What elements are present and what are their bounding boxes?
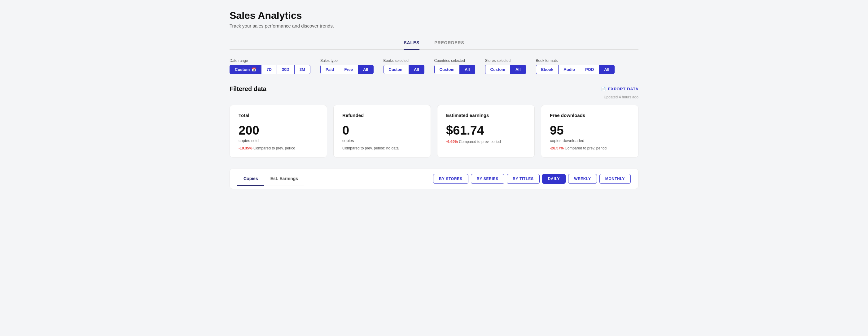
date-range-30d-btn[interactable]: 30D bbox=[277, 65, 294, 74]
stat-total-value: 200 bbox=[239, 124, 318, 136]
date-range-3m-btn[interactable]: 3M bbox=[294, 65, 310, 74]
formats-ebook-btn[interactable]: Ebook bbox=[536, 65, 559, 74]
section-header: Filtered data 📄 EXPORT DATA bbox=[229, 86, 639, 93]
stat-card-refunded: Refunded 0 copies Compared to prev. peri… bbox=[333, 105, 431, 158]
filter-stores-label: Stores selected bbox=[485, 59, 526, 63]
stat-free-downloads-unit: copies downloaded bbox=[550, 138, 629, 143]
chart-tab-copies[interactable]: Copies bbox=[237, 172, 264, 186]
filters-row: Date range Custom 📅 7D 30D 3M Sales type… bbox=[229, 59, 639, 74]
countries-all-btn[interactable]: All bbox=[460, 65, 475, 74]
sales-type-paid-btn[interactable]: Paid bbox=[320, 65, 339, 74]
filter-date-range: Date range Custom 📅 7D 30D 3M bbox=[229, 59, 310, 74]
time-monthly-btn[interactable]: MONTHLY bbox=[599, 174, 631, 184]
stores-custom-btn[interactable]: Custom bbox=[485, 65, 510, 74]
tab-sales[interactable]: SALES bbox=[404, 37, 420, 50]
export-label: EXPORT DATA bbox=[608, 87, 639, 91]
groupby-stores-btn[interactable]: BY STORES bbox=[433, 174, 468, 184]
stat-card-free-downloads: Free downloads 95 copies downloaded -28.… bbox=[541, 105, 639, 158]
stat-refunded-title: Refunded bbox=[342, 113, 422, 118]
filter-sales-type: Sales type Paid Free All bbox=[320, 59, 374, 74]
sales-type-free-btn[interactable]: Free bbox=[339, 65, 358, 74]
filter-stores: Stores selected Custom All bbox=[485, 59, 526, 74]
stat-total-title: Total bbox=[239, 113, 318, 118]
export-icon: 📄 bbox=[601, 87, 606, 91]
groupby-series-btn[interactable]: BY SERIES bbox=[471, 174, 504, 184]
export-data-button[interactable]: 📄 EXPORT DATA bbox=[601, 87, 639, 91]
stat-free-downloads-comparison: -28.57% Compared to prev. period bbox=[550, 146, 629, 150]
books-custom-btn[interactable]: Custom bbox=[383, 65, 409, 74]
filter-countries: Countries selected Custom All bbox=[434, 59, 475, 74]
filter-countries-label: Countries selected bbox=[434, 59, 475, 63]
filter-books-label: Books selected bbox=[383, 59, 425, 63]
stats-grid: Total 200 copies sold -19.35% Compared t… bbox=[229, 105, 639, 158]
formats-all-btn[interactable]: All bbox=[599, 65, 615, 74]
books-all-btn[interactable]: All bbox=[409, 65, 425, 74]
page-title: Sales Analytics bbox=[229, 10, 639, 21]
sales-type-all-btn[interactable]: All bbox=[358, 65, 374, 74]
stat-card-total: Total 200 copies sold -19.35% Compared t… bbox=[229, 105, 327, 158]
countries-custom-btn[interactable]: Custom bbox=[434, 65, 460, 74]
stat-earnings-title: Estimated earnings bbox=[446, 113, 526, 118]
date-range-7d-btn[interactable]: 7D bbox=[261, 65, 277, 74]
date-range-custom-btn[interactable]: Custom 📅 bbox=[229, 65, 261, 74]
countries-btn-group: Custom All bbox=[434, 65, 475, 74]
tab-preorders[interactable]: PREORDERS bbox=[434, 37, 464, 50]
filter-books: Books selected Custom All bbox=[383, 59, 425, 74]
sales-type-btn-group: Paid Free All bbox=[320, 65, 374, 74]
stat-card-earnings: Estimated earnings $61.74 -6.69% Compare… bbox=[437, 105, 535, 158]
filter-formats: Book formats Ebook Audio POD All bbox=[536, 59, 615, 74]
stat-refunded-value: 0 bbox=[342, 124, 422, 136]
calendar-icon: 📅 bbox=[252, 67, 256, 72]
stat-free-downloads-title: Free downloads bbox=[550, 113, 629, 118]
formats-audio-btn[interactable]: Audio bbox=[559, 65, 580, 74]
stat-earnings-percent: -6.69% bbox=[446, 139, 458, 144]
stat-free-downloads-comparison-text: Compared to prev. period bbox=[565, 146, 607, 150]
filtered-data-title: Filtered data bbox=[229, 86, 267, 93]
formats-pod-btn[interactable]: POD bbox=[580, 65, 599, 74]
stat-earnings-comparison: -6.69% Compared to prev. period bbox=[446, 139, 526, 144]
stores-btn-group: Custom All bbox=[485, 65, 526, 74]
books-btn-group: Custom All bbox=[383, 65, 425, 74]
stat-free-downloads-value: 95 bbox=[550, 124, 629, 136]
stat-free-downloads-percent: -28.57% bbox=[550, 146, 564, 150]
time-daily-btn[interactable]: DAILY bbox=[542, 174, 566, 184]
stat-total-comparison-text: Compared to prev. period bbox=[253, 146, 295, 150]
chart-section: Copies Est. Earnings BY STORES BY SERIES… bbox=[229, 169, 639, 189]
page-subtitle: Track your sales performance and discove… bbox=[229, 23, 639, 29]
filter-date-range-label: Date range bbox=[229, 59, 310, 63]
stores-all-btn[interactable]: All bbox=[510, 65, 526, 74]
stat-earnings-value: $61.74 bbox=[446, 124, 526, 136]
formats-btn-group: Ebook Audio POD All bbox=[536, 65, 615, 74]
stat-total-percent: -19.35% bbox=[239, 146, 252, 150]
time-weekly-btn[interactable]: WEEKLY bbox=[568, 174, 597, 184]
chart-tab-est-earnings[interactable]: Est. Earnings bbox=[264, 172, 304, 186]
chart-tabs: Copies Est. Earnings bbox=[237, 172, 304, 186]
filter-formats-label: Book formats bbox=[536, 59, 615, 63]
date-range-btn-group: Custom 📅 7D 30D 3M bbox=[229, 65, 310, 74]
main-tabs: SALES PREORDERS bbox=[229, 37, 639, 50]
stat-total-comparison: -19.35% Compared to prev. period bbox=[239, 146, 318, 150]
filter-sales-type-label: Sales type bbox=[320, 59, 374, 63]
stat-earnings-comparison-text: Compared to prev. period bbox=[459, 139, 501, 144]
updated-text: Updated 4 hours ago bbox=[229, 95, 639, 99]
stat-refunded-comparison: Compared to prev. period: no data bbox=[342, 146, 422, 150]
stat-total-unit: copies sold bbox=[239, 138, 318, 143]
stat-refunded-unit: copies bbox=[342, 138, 422, 143]
groupby-titles-btn[interactable]: BY TITLES bbox=[507, 174, 539, 184]
stat-refunded-comparison-text: Compared to prev. period: no data bbox=[342, 146, 399, 150]
